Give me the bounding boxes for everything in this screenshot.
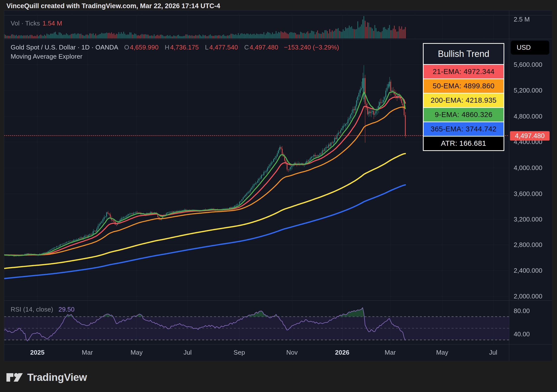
indicator-name-label[interactable]: Moving Average Explorer — [11, 53, 82, 60]
legend-row-atr: ATR: 166.681 — [424, 137, 504, 150]
volume-label: Vol · Ticks — [11, 20, 40, 27]
price-tick-5200: 5,200.000 — [514, 87, 542, 94]
legend-row-200ema: 200-EMA: 4218.935 — [424, 94, 504, 107]
rsi-label: RSI (14, close) — [11, 306, 53, 313]
high-value: 4,736.175 — [170, 44, 199, 51]
close-value: 4,497.480 — [250, 44, 278, 51]
volume-scale-tick: 2.5 M — [514, 16, 530, 23]
time-tick-nov-2025: Nov — [286, 349, 298, 356]
footer-bar: TradingView — [0, 361, 557, 392]
time-tick-may-2025: May — [130, 349, 143, 356]
legend-row-365ema: 365-EMA: 3744.742 — [424, 122, 504, 136]
volume-indicator-label: Vol · Ticks 1.54 M — [11, 20, 62, 27]
low-letter: L — [205, 44, 209, 51]
legend-row-50ema: 50-EMA: 4899.860 — [424, 79, 504, 93]
time-tick-2026: 2026 — [335, 349, 349, 356]
price-tick-3200: 3,200.000 — [514, 216, 542, 223]
rsi-indicator-label[interactable]: RSI (14, close) 29.50 — [11, 306, 74, 313]
change-value: −153.240 (−3.29%) — [284, 44, 339, 51]
rsi-value: 29.50 — [58, 306, 74, 313]
rsi-tick-40: 40.00 — [514, 330, 530, 338]
price-tick-2800: 2,800.000 — [514, 241, 542, 249]
time-tick-sep-2025: Sep — [234, 349, 245, 356]
currency-button[interactable]: USD — [511, 41, 549, 55]
time-tick-2025: 2025 — [30, 349, 45, 356]
legend-row-21ema: 21-EMA: 4972.344 — [424, 65, 504, 78]
time-tick-jul-2026: Jul — [489, 349, 497, 356]
price-tick-5600: 5,600.000 — [514, 61, 542, 69]
tradingview-logo-icon — [6, 370, 23, 385]
tradingview-logo-text: TradingView — [27, 371, 87, 383]
time-tick-mar-2026: Mar — [385, 349, 396, 356]
time-tick-jul-2025: Jul — [183, 349, 192, 356]
time-tick-mar-2025: Mar — [82, 349, 93, 356]
legend-row-9ema: 9-EMA: 4860.326 — [424, 108, 504, 122]
time-tick-may-2026: May — [436, 349, 448, 356]
low-value: 4,477.540 — [209, 44, 238, 51]
rsi-tick-80: 80.00 — [514, 307, 530, 315]
price-tick-4800: 4,800.000 — [514, 113, 542, 120]
tradingview-screenshot: VinceQuill created with TradingView.com,… — [0, 0, 557, 392]
last-price-badge: 4,497.480 — [510, 131, 550, 141]
price-tick-3600: 3,600.000 — [514, 190, 542, 198]
symbol-name: Gold Spot / U.S. Dollar · 1D · OANDA — [11, 44, 118, 51]
watermark-credit: VinceQuill created with TradingView.com,… — [6, 2, 220, 10]
legend-title: Bullish Trend — [424, 44, 504, 64]
open-value: 4,659.990 — [130, 44, 159, 51]
price-tick-4000: 4,000.000 — [514, 164, 542, 172]
symbol-info-line[interactable]: Gold Spot / U.S. Dollar · 1D · OANDA O4,… — [11, 44, 339, 51]
ma-legend-box: Bullish Trend 21-EMA: 4972.344 50-EMA: 4… — [423, 43, 504, 151]
open-letter: O — [124, 44, 129, 51]
price-tick-2000: 2,000.000 — [514, 293, 542, 300]
volume-value: 1.54 M — [43, 20, 62, 27]
high-letter: H — [165, 44, 170, 51]
price-tick-2400: 2,400.000 — [514, 267, 542, 274]
chart-panel: Vol · Ticks 1.54 M Gold Spot / U.S. Doll… — [4, 10, 552, 361]
close-letter: C — [244, 44, 249, 51]
tradingview-logo[interactable]: TradingView — [6, 370, 87, 385]
